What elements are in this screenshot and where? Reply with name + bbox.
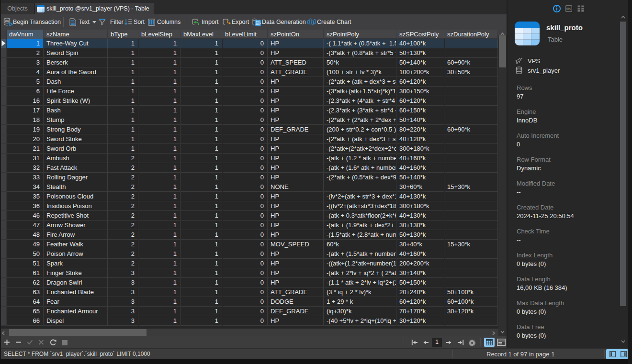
svg-text:ABC: ABC xyxy=(255,23,261,26)
svg-text:DDL: DDL xyxy=(566,8,571,10)
